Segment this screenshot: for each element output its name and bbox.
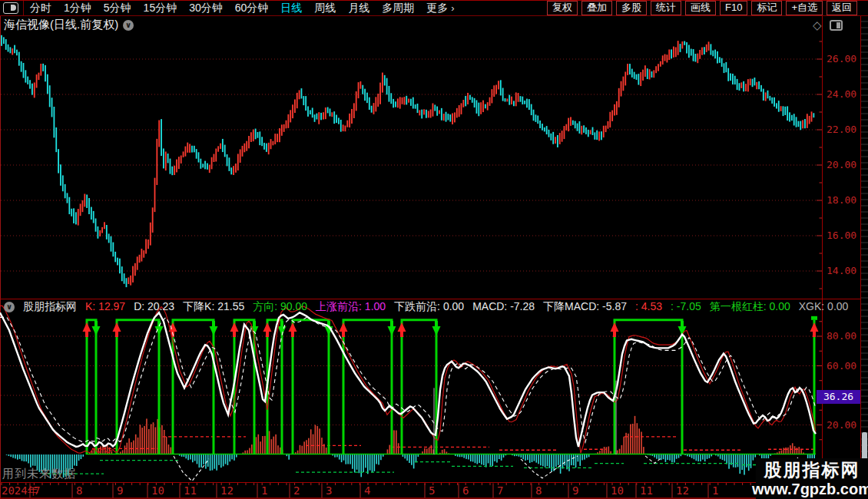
window-layout-icon[interactable]: [3, 2, 18, 14]
month-label: 6: [462, 484, 469, 497]
indicator-axis-label: 80.00: [827, 330, 862, 342]
month-label: 5: [429, 484, 435, 497]
period-tabs: 分时1分钟5分钟15分钟30分钟60分钟日线周线月线多周期更多: [30, 2, 448, 15]
month-label: 2: [293, 484, 300, 497]
top-toolbar: 分时1分钟5分钟15分钟30分钟60分钟日线周线月线多周期更多 › 复权叠加多股…: [0, 0, 868, 16]
price-label: 16.00: [827, 230, 862, 241]
month-label: 8: [76, 484, 82, 497]
month-label: 12: [220, 484, 234, 497]
toolbar-button-标记[interactable]: 标记: [751, 1, 782, 15]
indicator-field: : 4.53: [635, 300, 662, 314]
price-label: 14.00: [827, 265, 862, 276]
toolbar-divider: [23, 1, 24, 16]
stock-title: 海信视像(日线.前复权): [4, 18, 118, 32]
toolbar-button-多股[interactable]: 多股: [616, 1, 647, 15]
period-tab-周线[interactable]: 周线: [314, 2, 336, 15]
title-row: 海信视像(日线.前复权) ∨: [4, 18, 134, 32]
title-chevron-icon[interactable]: ∨: [123, 20, 134, 31]
watermark-url: www.7gpzb.com: [752, 480, 868, 498]
period-tab-30分钟[interactable]: 30分钟: [189, 2, 223, 15]
indicator-field: 第一根红柱: 0.00: [710, 300, 790, 314]
indicator-field: D: 20.23: [134, 300, 174, 314]
month-label: 11: [184, 484, 197, 497]
indicator-field: : -7.05: [671, 300, 701, 314]
toolbar-button-F10[interactable]: F10: [720, 1, 747, 15]
indicator-name[interactable]: 股朋指标网: [23, 300, 77, 314]
period-tab-更多[interactable]: 更多: [426, 2, 448, 15]
month-label: 3: [326, 484, 332, 497]
month-label: 7: [34, 484, 40, 497]
toolbar-button-叠加[interactable]: 叠加: [581, 1, 612, 15]
indicator-value-badge: 36.26: [817, 390, 860, 404]
right-edge-strip: [861, 0, 868, 499]
indicator-values: K: 12.97D: 20.23下降K: 21.55方向: 90.00上涨前沿:…: [85, 300, 848, 314]
watermark-name: 股朋指标网: [764, 460, 860, 480]
price-label: 22.00: [827, 124, 862, 135]
period-tab-5分钟[interactable]: 5分钟: [104, 2, 131, 15]
month-label: 9: [117, 484, 123, 497]
toolbar-button-返回[interactable]: 返回: [827, 1, 857, 15]
period-tab-日线[interactable]: 日线: [280, 2, 302, 15]
tdx-app: 分时1分钟5分钟15分钟30分钟60分钟日线周线月线多周期更多 › 复权叠加多股…: [0, 0, 868, 499]
indicator-field: 上涨前沿: 1.00: [316, 300, 386, 314]
indicator-header: ∨ 股朋指标网 K: 12.97D: 20.23下降K: 21.55方向: 90…: [4, 301, 848, 313]
indicator-chevron-icon[interactable]: ∨: [4, 302, 15, 312]
panel-layout-icon[interactable]: [830, 20, 843, 31]
indicator-field: K: 12.97: [85, 300, 125, 314]
price-label: 24.00: [827, 88, 862, 100]
price-label: 18.00: [827, 194, 862, 206]
month-label: 2024年: [2, 484, 38, 498]
indicator-axis-label: 20.00: [827, 419, 862, 431]
toolbar-button-+自选[interactable]: +自选: [786, 1, 823, 15]
month-label: 10: [151, 484, 164, 497]
toolbar-button-复权[interactable]: 复权: [547, 1, 578, 15]
month-label: 1: [261, 484, 267, 497]
price-label: 20.00: [827, 159, 862, 170]
diamond-icon[interactable]: ◇: [813, 18, 822, 32]
indicator-field: 下跌前沿: 0.00: [394, 300, 464, 314]
month-label: 7: [497, 484, 503, 497]
indicator-field: 方向: 90.00: [253, 300, 307, 314]
indicator-axis-label: 60.00: [827, 360, 862, 372]
month-label: 8: [535, 484, 542, 497]
indicator-field: XGK: 0.00: [799, 300, 849, 314]
future-data-note: 用到未来数据: [2, 467, 76, 481]
month-label: 10: [611, 484, 624, 497]
indicator-field: MACD: -7.28: [472, 300, 535, 314]
indicator-field: 下降MACD: -5.87: [543, 300, 627, 314]
price-label: 26.00: [827, 53, 862, 64]
month-label: 12: [676, 484, 689, 497]
toolbar-button-统计[interactable]: 统计: [651, 1, 681, 15]
period-tab-15分钟[interactable]: 15分钟: [144, 2, 177, 15]
more-chevron-icon: ›: [451, 2, 454, 14]
indicator-field: 下降K: 21.55: [183, 300, 244, 314]
month-label: 11: [640, 484, 653, 497]
period-tab-月线[interactable]: 月线: [348, 2, 369, 15]
period-tab-多周期[interactable]: 多周期: [382, 2, 414, 15]
toolbar-buttons: 复权叠加多股统计画线F10标记+自选返回: [547, 1, 857, 15]
period-tab-1分钟[interactable]: 1分钟: [64, 2, 91, 15]
site-watermark: 股朋指标网 www.7gpzb.com: [756, 458, 868, 499]
period-tab-分时[interactable]: 分时: [30, 2, 51, 15]
title-icons: ◇: [813, 18, 843, 32]
month-label: 4: [364, 484, 370, 497]
month-label: 1: [712, 484, 718, 497]
toolbar-button-画线[interactable]: 画线: [685, 1, 716, 15]
chart-canvas[interactable]: [0, 0, 868, 499]
month-label: 9: [572, 484, 578, 497]
period-tab-60分钟[interactable]: 60分钟: [235, 2, 269, 15]
